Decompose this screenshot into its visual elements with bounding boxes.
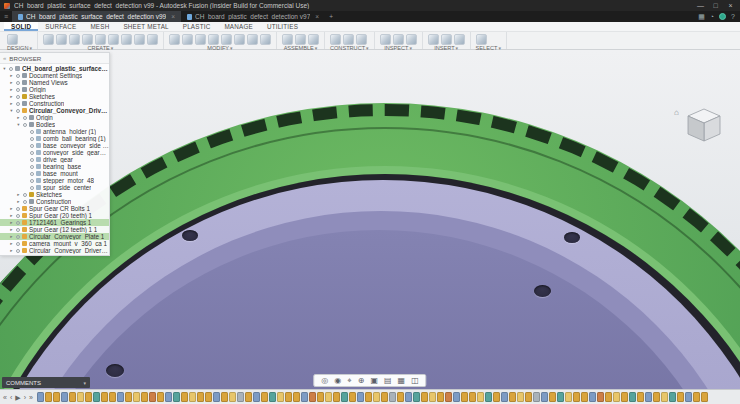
timeline-feature-icon[interactable] [125, 392, 132, 402]
timeline-feature-icon[interactable] [405, 392, 412, 402]
visibility-eye-icon[interactable] [30, 179, 34, 183]
timeline-feature-icon[interactable] [669, 392, 676, 402]
expander-icon[interactable]: ▸ [9, 234, 14, 239]
browser-tree-item[interactable]: ▸ Sketches [0, 191, 109, 198]
tool-icon[interactable] [108, 34, 119, 45]
tool-icon[interactable] [134, 34, 145, 45]
ribbon-group-label[interactable]: CONSTRUCT▾ [330, 45, 369, 51]
collapse-panel-icon[interactable]: « [3, 55, 6, 61]
tool-icon[interactable] [356, 34, 367, 45]
tool-icon[interactable] [56, 34, 67, 45]
timeline-feature-icon[interactable] [349, 392, 356, 402]
timeline-feature-icon[interactable] [77, 392, 84, 402]
notifications-icon[interactable]: ◔ [710, 13, 714, 20]
timeline-feature-icon[interactable] [661, 392, 668, 402]
expander-icon[interactable]: ▸ [9, 101, 14, 106]
timeline-feature-icon[interactable] [285, 392, 292, 402]
timeline-feature-icon[interactable] [37, 392, 44, 402]
expander-icon[interactable]: ▾ [2, 66, 7, 71]
timeline-go-to-end[interactable]: » [29, 394, 33, 401]
expander-icon[interactable]: ▸ [9, 213, 14, 218]
minimize-button[interactable]: — [693, 2, 708, 9]
timeline-feature-icon[interactable] [581, 392, 588, 402]
browser-tree-item[interactable]: ▸ Spur Gear (20 teeth) 1 [0, 212, 109, 219]
visibility-eye-icon[interactable] [16, 95, 20, 99]
timeline-feature-icon[interactable] [637, 392, 644, 402]
timeline-feature-icon[interactable] [365, 392, 372, 402]
timeline-feature-icon[interactable] [517, 392, 524, 402]
timeline-feature-icon[interactable] [453, 392, 460, 402]
ribbon-group-label[interactable]: ASSEMBLE▾ [282, 45, 319, 51]
timeline-feature-icon[interactable] [141, 392, 148, 402]
tool-icon[interactable] [234, 34, 245, 45]
tool-icon[interactable] [95, 34, 106, 45]
browser-tree-item[interactable]: antenna_holder (1) [0, 128, 109, 135]
browser-tree-item[interactable]: drive_gear [0, 156, 109, 163]
new-tab-button[interactable]: + [325, 11, 337, 22]
timeline-feature-icon[interactable] [397, 392, 404, 402]
tool-icon[interactable] [428, 34, 439, 45]
timeline-feature-icon[interactable] [261, 392, 268, 402]
browser-tree-item[interactable]: ▾ Bodies [0, 121, 109, 128]
timeline-feature-icon[interactable] [221, 392, 228, 402]
timeline-feature-icon[interactable] [245, 392, 252, 402]
model-viewport[interactable]: ⌂ [0, 50, 740, 404]
orbit-icon[interactable]: ◎ [321, 377, 328, 385]
ribbon-tab[interactable]: MANAGE [217, 22, 260, 31]
ribbon-group-label[interactable]: CREATE▾ [43, 45, 158, 51]
timeline-feature-icon[interactable] [277, 392, 284, 402]
tool-icon[interactable] [393, 34, 404, 45]
pan-icon[interactable]: ⌖ [347, 377, 352, 385]
timeline-feature-icon[interactable] [589, 392, 596, 402]
ribbon-tab[interactable]: PLASTIC [176, 22, 218, 31]
timeline-feature-icon[interactable] [573, 392, 580, 402]
timeline-feature-icon[interactable] [429, 392, 436, 402]
visibility-eye-icon[interactable] [16, 221, 20, 225]
ribbon-group-label[interactable]: DESIGN▾ [7, 45, 32, 51]
ribbon-tab[interactable]: SHEET METAL [116, 22, 175, 31]
browser-tree-item[interactable]: spur_side_center [0, 184, 109, 191]
timeline-feature-icon[interactable] [541, 392, 548, 402]
tool-icon[interactable] [7, 34, 18, 45]
timeline-feature-icon[interactable] [85, 392, 92, 402]
timeline-feature-icon[interactable] [269, 392, 276, 402]
visibility-eye-icon[interactable] [16, 235, 20, 239]
timeline-feature-icon[interactable] [445, 392, 452, 402]
tool-icon[interactable] [43, 34, 54, 45]
ribbon-group-label[interactable]: INSERT▾ [428, 45, 465, 51]
timeline-feature-icon[interactable] [109, 392, 116, 402]
timeline-feature-icon[interactable] [117, 392, 124, 402]
visibility-eye-icon[interactable] [30, 165, 34, 169]
visibility-eye-icon[interactable] [16, 249, 20, 253]
tool-icon[interactable] [380, 34, 391, 45]
timeline-feature-icon[interactable] [333, 392, 340, 402]
expander-icon[interactable]: ▸ [9, 80, 14, 85]
timeline-feature-icon[interactable] [421, 392, 428, 402]
browser-tree-item[interactable]: ▸ Origin [0, 86, 109, 93]
timeline-feature-icon[interactable] [53, 392, 60, 402]
expander-icon[interactable]: ▸ [9, 206, 14, 211]
timeline-feature-icon[interactable] [325, 392, 332, 402]
tool-icon[interactable] [343, 34, 354, 45]
tool-icon[interactable] [260, 34, 271, 45]
visibility-eye-icon[interactable] [30, 130, 34, 134]
visibility-eye-icon[interactable] [9, 67, 13, 71]
tool-icon[interactable] [295, 34, 306, 45]
visibility-eye-icon[interactable] [23, 116, 27, 120]
visibility-eye-icon[interactable] [16, 74, 20, 78]
tool-icon[interactable] [476, 34, 487, 45]
timeline-feature-icon[interactable] [645, 392, 652, 402]
timeline-feature-icon[interactable] [461, 392, 468, 402]
timeline-feature-icon[interactable] [437, 392, 444, 402]
help-icon[interactable]: ? [731, 13, 735, 20]
timeline-feature-icon[interactable] [477, 392, 484, 402]
browser-tree-item[interactable]: ▸ Sketches [0, 93, 109, 100]
tool-icon[interactable] [330, 34, 341, 45]
expander-icon[interactable]: ▸ [16, 199, 21, 204]
expander-icon[interactable]: ▸ [9, 87, 14, 92]
maximize-button[interactable]: □ [708, 2, 723, 9]
visibility-eye-icon[interactable] [30, 137, 34, 141]
ribbon-group-label[interactable]: SELECT▾ [476, 45, 501, 51]
tool-icon[interactable] [247, 34, 258, 45]
view-cube[interactable]: ⌂ [674, 104, 734, 152]
